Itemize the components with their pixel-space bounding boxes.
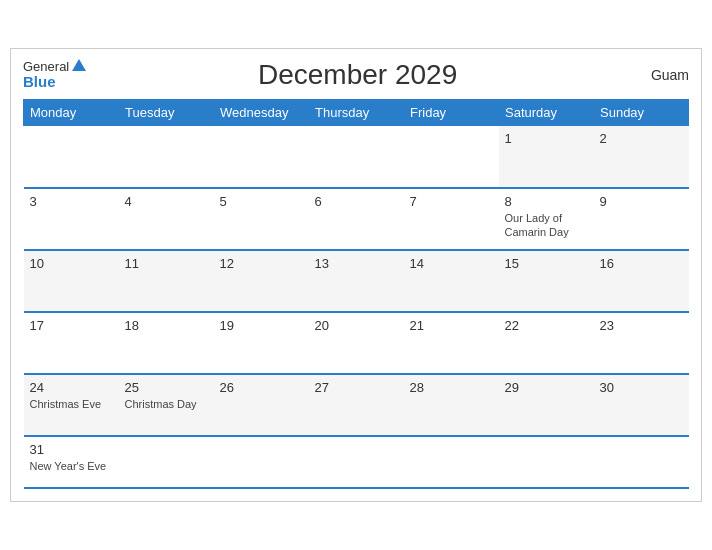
day-number: 28 xyxy=(410,380,493,395)
day-number: 12 xyxy=(220,256,303,271)
day-number: 9 xyxy=(600,194,683,209)
day-number: 17 xyxy=(30,318,113,333)
calendar-cell-r4-c2: 18 xyxy=(119,312,214,374)
calendar-cell-r5-c1: 24Christmas Eve xyxy=(24,374,119,436)
day-number: 26 xyxy=(220,380,303,395)
header-tuesday: Tuesday xyxy=(119,100,214,126)
day-number: 8 xyxy=(505,194,588,209)
calendar-row-4: 17181920212223 xyxy=(24,312,689,374)
event-label: New Year's Eve xyxy=(30,459,113,473)
header-monday: Monday xyxy=(24,100,119,126)
calendar-cell-r4-c5: 21 xyxy=(404,312,499,374)
event-label: Christmas Day xyxy=(125,397,208,411)
calendar-cell-r3-c4: 13 xyxy=(309,250,404,312)
day-number: 6 xyxy=(315,194,398,209)
day-number: 2 xyxy=(600,131,683,146)
calendar-cell-r6-c5 xyxy=(404,436,499,488)
day-number: 30 xyxy=(600,380,683,395)
day-number: 15 xyxy=(505,256,588,271)
calendar-cell-r1-c7: 2 xyxy=(594,126,689,188)
day-number: 23 xyxy=(600,318,683,333)
calendar-row-1: 12 xyxy=(24,126,689,188)
calendar-cell-r5-c2: 25Christmas Day xyxy=(119,374,214,436)
calendar-cell-r2-c6: 8Our Lady ofCamarin Day xyxy=(499,188,594,250)
calendar-cell-r6-c2 xyxy=(119,436,214,488)
calendar-cell-r2-c2: 4 xyxy=(119,188,214,250)
calendar-cell-r4-c3: 19 xyxy=(214,312,309,374)
calendar-cell-r6-c1: 31New Year's Eve xyxy=(24,436,119,488)
calendar-cell-r3-c6: 15 xyxy=(499,250,594,312)
calendar-cell-r2-c3: 5 xyxy=(214,188,309,250)
day-number: 21 xyxy=(410,318,493,333)
calendar-row-2: 345678Our Lady ofCamarin Day9 xyxy=(24,188,689,250)
header-wednesday: Wednesday xyxy=(214,100,309,126)
calendar-cell-r3-c5: 14 xyxy=(404,250,499,312)
calendar-title: December 2029 xyxy=(86,59,629,91)
calendar-row-6: 31New Year's Eve xyxy=(24,436,689,488)
logo-blue-text: Blue xyxy=(23,74,86,91)
calendar-cell-r2-c1: 3 xyxy=(24,188,119,250)
calendar-cell-r1-c6: 1 xyxy=(499,126,594,188)
day-number: 25 xyxy=(125,380,208,395)
calendar-cell-r2-c4: 6 xyxy=(309,188,404,250)
calendar-cell-r4-c7: 23 xyxy=(594,312,689,374)
calendar-cell-r4-c4: 20 xyxy=(309,312,404,374)
calendar-cell-r1-c5 xyxy=(404,126,499,188)
calendar-cell-r6-c6 xyxy=(499,436,594,488)
header-friday: Friday xyxy=(404,100,499,126)
calendar-cell-r6-c4 xyxy=(309,436,404,488)
day-number: 22 xyxy=(505,318,588,333)
day-number: 27 xyxy=(315,380,398,395)
weekday-header-row: Monday Tuesday Wednesday Thursday Friday… xyxy=(24,100,689,126)
calendar-cell-r1-c1 xyxy=(24,126,119,188)
day-number: 31 xyxy=(30,442,113,457)
calendar-cell-r6-c3 xyxy=(214,436,309,488)
calendar-cell-r3-c7: 16 xyxy=(594,250,689,312)
calendar-row-3: 10111213141516 xyxy=(24,250,689,312)
logo-general-text: General xyxy=(23,60,86,74)
day-number: 10 xyxy=(30,256,113,271)
day-number: 5 xyxy=(220,194,303,209)
day-number: 16 xyxy=(600,256,683,271)
day-number: 14 xyxy=(410,256,493,271)
calendar-cell-r5-c5: 28 xyxy=(404,374,499,436)
day-number: 19 xyxy=(220,318,303,333)
header-thursday: Thursday xyxy=(309,100,404,126)
day-number: 4 xyxy=(125,194,208,209)
calendar-cell-r5-c7: 30 xyxy=(594,374,689,436)
calendar-row-5: 24Christmas Eve25Christmas Day2627282930 xyxy=(24,374,689,436)
day-number: 18 xyxy=(125,318,208,333)
calendar-header: General Blue December 2029 Guam xyxy=(23,59,689,91)
day-number: 1 xyxy=(505,131,588,146)
header-saturday: Saturday xyxy=(499,100,594,126)
calendar-cell-r3-c3: 12 xyxy=(214,250,309,312)
region-label: Guam xyxy=(629,67,689,83)
logo-triangle-icon xyxy=(72,59,86,71)
day-number: 13 xyxy=(315,256,398,271)
day-number: 3 xyxy=(30,194,113,209)
day-number: 7 xyxy=(410,194,493,209)
event-label: Our Lady ofCamarin Day xyxy=(505,211,588,240)
calendar-cell-r1-c3 xyxy=(214,126,309,188)
calendar-cell-r1-c2 xyxy=(119,126,214,188)
calendar-cell-r3-c2: 11 xyxy=(119,250,214,312)
calendar-cell-r5-c6: 29 xyxy=(499,374,594,436)
calendar-cell-r3-c1: 10 xyxy=(24,250,119,312)
day-number: 20 xyxy=(315,318,398,333)
calendar-cell-r1-c4 xyxy=(309,126,404,188)
day-number: 11 xyxy=(125,256,208,271)
calendar-cell-r4-c6: 22 xyxy=(499,312,594,374)
day-number: 24 xyxy=(30,380,113,395)
event-label: Christmas Eve xyxy=(30,397,113,411)
calendar-cell-r5-c3: 26 xyxy=(214,374,309,436)
header-sunday: Sunday xyxy=(594,100,689,126)
calendar-container: General Blue December 2029 Guam Monday T… xyxy=(10,48,702,502)
logo: General Blue xyxy=(23,60,86,91)
calendar-cell-r2-c5: 7 xyxy=(404,188,499,250)
day-number: 29 xyxy=(505,380,588,395)
calendar-cell-r2-c7: 9 xyxy=(594,188,689,250)
calendar-cell-r4-c1: 17 xyxy=(24,312,119,374)
calendar-cell-r5-c4: 27 xyxy=(309,374,404,436)
calendar-cell-r6-c7 xyxy=(594,436,689,488)
calendar-grid: Monday Tuesday Wednesday Thursday Friday… xyxy=(23,99,689,489)
